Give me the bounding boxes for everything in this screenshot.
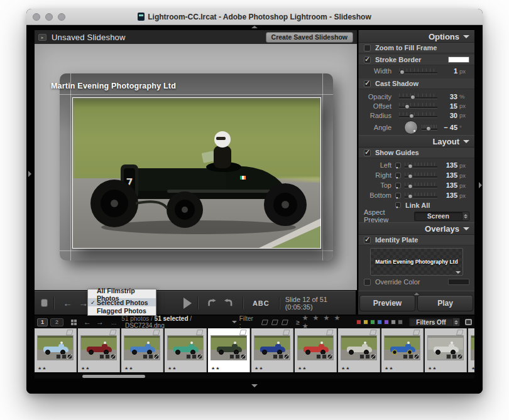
thumbnail-photo[interactable] (297, 335, 334, 360)
thumbnail-flag-icon[interactable] (369, 330, 377, 335)
filmstrip-thumbnail[interactable]: ★★ (251, 328, 293, 372)
slider-value[interactable]: 15 (441, 102, 457, 110)
shadow-slider[interactable] (399, 94, 437, 99)
stop-icon[interactable] (41, 299, 48, 307)
play-icon[interactable] (183, 298, 192, 309)
thumbnail-star-rating[interactable]: ★★ (385, 366, 394, 371)
guide-right[interactable] (322, 73, 323, 261)
filmstrip-thumbnail[interactable]: ★★ (35, 328, 77, 372)
previous-slide-arrow-icon[interactable]: ← (63, 298, 72, 308)
abc-text-overlay-button[interactable]: ABC (253, 299, 270, 307)
layout-panel-header[interactable]: Layout (359, 135, 474, 148)
thumbnail-badges[interactable] (99, 354, 116, 359)
collection-icon[interactable]: ▸ (38, 34, 47, 41)
rotate-left-icon[interactable] (207, 298, 217, 308)
angle-knob[interactable] (404, 121, 418, 134)
guide-slider[interactable] (405, 173, 437, 178)
thumbnail-photo[interactable] (124, 335, 160, 360)
thumbnail-star-rating[interactable]: ★★ (211, 366, 221, 371)
guide-link-checkbox[interactable] (395, 173, 401, 178)
create-saved-slideshow-button[interactable]: Create Saved Slideshow (266, 32, 353, 43)
slider-value[interactable]: 33 (441, 93, 457, 100)
thumbnail-star-rating[interactable]: ★★ (81, 366, 90, 371)
rating-ge-symbol[interactable]: ≥ (296, 319, 300, 326)
thumbnail-photo[interactable] (254, 335, 290, 360)
thumbnail-star-rating[interactable]: ★★ (471, 366, 474, 371)
thumbnail-star-rating[interactable]: ★★ (255, 366, 264, 371)
color-chip[interactable] (384, 320, 389, 325)
menu-item[interactable]: Selected Photos (88, 298, 156, 306)
link-all-checkbox[interactable] (395, 202, 401, 208)
filmstrip-thumbnail[interactable]: ★★ (425, 328, 467, 372)
filmstrip-forward-arrow-icon[interactable]: → (96, 318, 104, 326)
flag-pick-icon[interactable] (261, 320, 268, 325)
menu-item[interactable]: Flagged Photos (88, 306, 156, 315)
second-window-button[interactable]: 2 (50, 318, 63, 326)
thumbnail-badges[interactable] (446, 354, 462, 359)
preview-button[interactable]: Preview (359, 295, 415, 311)
shadow-slider[interactable] (399, 112, 437, 118)
guide-bottom[interactable] (60, 250, 333, 251)
main-window-button[interactable]: 1 (37, 318, 48, 326)
identity-plate-overlay[interactable]: Martin Evening Photography Ltd (51, 82, 176, 90)
thumbnail-flag-icon[interactable] (152, 330, 160, 335)
guide-top[interactable] (60, 94, 333, 95)
thumbnail-flag-icon[interactable] (195, 330, 204, 335)
thumbnail-flag-icon[interactable] (282, 330, 290, 335)
stroke-color-swatch[interactable] (448, 57, 469, 63)
thumbnail-photo[interactable] (167, 335, 204, 360)
filmstrip-thumbnail[interactable]: ★★ (165, 328, 207, 372)
guide-value[interactable]: 135 (441, 171, 457, 179)
thumbnail-photo[interactable] (427, 335, 464, 360)
slide-preview[interactable]: Martin Evening Photography Ltd (60, 73, 333, 261)
thumbnail-badges[interactable] (186, 354, 202, 359)
rotate-right-icon[interactable] (224, 298, 233, 308)
thumbnail-flag-icon[interactable] (456, 330, 464, 335)
right-panel-reveal-arrow[interactable] (479, 182, 482, 188)
left-panel-reveal-arrow[interactable] (28, 171, 31, 177)
thumbnail-star-rating[interactable]: ★★ (38, 366, 47, 371)
identity-plate-preview[interactable]: Martin Evening Photography Ltd (370, 248, 463, 276)
thumbnail-star-rating[interactable]: ★★ (168, 366, 177, 371)
guide-left[interactable] (70, 73, 71, 261)
identity-plate-dropdown-caret[interactable] (456, 271, 461, 274)
stepper-icon[interactable] (452, 318, 459, 326)
thumbnail-flag-icon[interactable] (239, 330, 247, 335)
guide-value[interactable]: 135 (441, 181, 457, 189)
scrollbar-thumb[interactable] (82, 375, 145, 378)
thumbnail-photo[interactable] (471, 335, 474, 360)
thumbnail-star-rating[interactable]: ★★ (124, 366, 134, 371)
shadow-slider[interactable] (399, 103, 437, 109)
second-monitor-icon[interactable] (465, 319, 472, 325)
stroke-border-checkbox[interactable] (364, 57, 371, 63)
thumbnail-badges[interactable] (316, 354, 332, 359)
thumbnail-badges[interactable] (229, 354, 246, 359)
width-value[interactable]: 1 (441, 67, 457, 75)
thumbnail-photo[interactable] (37, 335, 74, 360)
filmstrip-scrollbar[interactable] (35, 374, 474, 379)
thumbnail-star-rating[interactable]: ★★ (428, 366, 437, 371)
zoom-to-fill-checkbox[interactable] (364, 45, 371, 51)
guide-value[interactable]: 135 (441, 161, 457, 169)
color-chip[interactable] (356, 320, 361, 325)
guide-slider[interactable] (405, 163, 437, 168)
angle-slider[interactable] (422, 125, 437, 131)
options-panel-header[interactable]: Options (359, 30, 474, 43)
thumbnail-badges[interactable] (359, 354, 376, 359)
aspect-preview-dropdown[interactable]: Screen (414, 212, 469, 221)
thumbnail-badges[interactable] (273, 354, 289, 359)
color-chip[interactable] (363, 320, 368, 325)
filmstrip-thumbnail[interactable]: ★★ (121, 328, 163, 372)
color-chip[interactable] (370, 320, 375, 325)
filmstrip-status-caret-icon[interactable] (232, 321, 237, 323)
color-chip[interactable] (398, 320, 403, 325)
thumbnail-flag-icon[interactable] (65, 330, 74, 335)
color-chip[interactable] (377, 320, 382, 325)
filmstrip-thumbnail[interactable]: ★★ (338, 328, 380, 372)
cast-shadow-checkbox[interactable] (364, 80, 371, 87)
guide-link-checkbox[interactable] (395, 163, 401, 168)
identity-plate-checkbox[interactable] (364, 237, 371, 244)
bottom-panel-reveal-arrow[interactable] (251, 384, 258, 387)
guide-link-checkbox[interactable] (395, 193, 401, 198)
slide-editor-viewport[interactable]: Martin Evening Photography Ltd (35, 44, 357, 290)
